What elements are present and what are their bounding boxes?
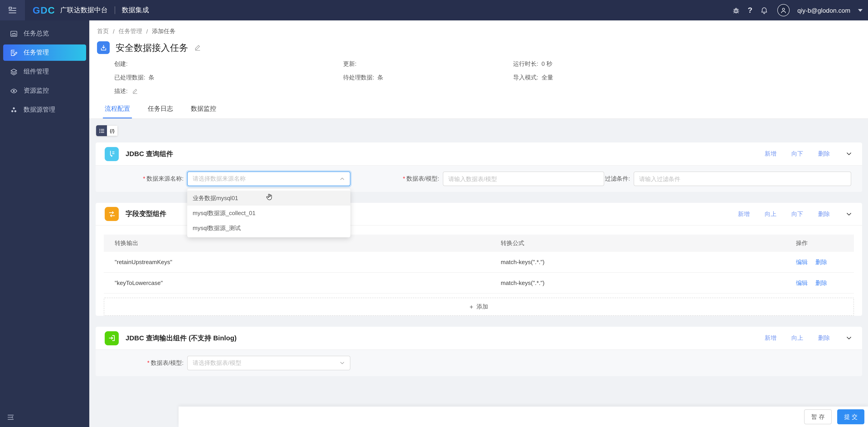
debug-bug-icon[interactable] [732, 6, 740, 14]
help-icon[interactable]: ? [748, 6, 752, 15]
add-component-link[interactable]: 新增 [765, 150, 776, 158]
updated-label: 更新: [343, 60, 356, 68]
edit-row-link[interactable]: 编辑 [796, 279, 808, 287]
delete-row-link[interactable]: 删除 [815, 279, 827, 287]
work-area: {/} JDBC 查询组件 新增 向下 删除 [89, 119, 868, 376]
list-view-button[interactable] [96, 125, 107, 136]
pending-label: 待处理数据: [343, 74, 374, 82]
tab-bar: 流程配置 任务日志 数据监控 [97, 100, 857, 118]
collapse-chevron-icon[interactable] [846, 211, 852, 217]
page-head: 首页 / 任务管理 / 添加任务 安全数据接入任务 创建: 更新: 运行时长:0… [89, 21, 868, 119]
breadcrumb-separator: / [146, 28, 148, 35]
output-table-model-label: *数据表/模型: [106, 359, 187, 367]
breadcrumb: 首页 / 任务管理 / 添加任务 [97, 27, 857, 35]
move-up-link[interactable]: 向上 [792, 334, 803, 342]
delete-row-link[interactable]: 删除 [815, 258, 827, 266]
sidebar-item-label: 数据源管理 [24, 106, 55, 114]
pending-value: 条 [377, 74, 383, 82]
breadcrumb-home[interactable]: 首页 [97, 27, 109, 35]
add-component-link[interactable]: 新增 [765, 334, 776, 342]
breadcrumb-separator: / [113, 28, 115, 35]
transform-table: 转换输出 转换公式 操作 "retainUpstreamKeys" match-… [104, 235, 854, 316]
datasource-select[interactable]: 请选择数据来源名称 业务数据mysql01 mysql数据源_collect_0… [187, 172, 350, 186]
header-divider [115, 6, 115, 14]
table-row: "retainUpstreamKeys" match-keys(".*.") 编… [104, 252, 854, 273]
collapse-chevron-icon[interactable] [846, 335, 852, 341]
sidebar-item-resource-monitor[interactable]: 资源监控 [3, 83, 86, 99]
sidebar-collapse-icon[interactable] [7, 414, 14, 421]
tab-task-log[interactable]: 任务日志 [146, 100, 175, 118]
delete-component-link[interactable]: 删除 [818, 150, 830, 158]
section-title: JDBC 查询组件 [126, 149, 173, 158]
column-header-operations: 操作 [796, 239, 843, 247]
tab-data-monitor[interactable]: 数据监控 [189, 100, 218, 118]
import-mode-label: 导入模式: [513, 74, 538, 82]
tab-flow-config[interactable]: 流程配置 [103, 100, 131, 118]
runtime-label: 运行时长: [513, 60, 538, 68]
product-name: 广联达数据中台 [60, 6, 107, 15]
jdbc-output-actions: 新增 向上 删除 [765, 334, 852, 342]
required-mark: * [143, 175, 145, 182]
output-table-model-select[interactable]: 请选择数据表/模型 [187, 356, 350, 370]
field-transform-icon [105, 207, 119, 221]
layers-icon [10, 68, 18, 76]
required-mark: * [147, 360, 149, 366]
move-down-link[interactable]: 向下 [792, 150, 803, 158]
code-view-icon: {/} [110, 128, 115, 133]
sidebar-item-task-management[interactable]: 任务管理 [3, 45, 86, 61]
user-avatar[interactable] [777, 4, 789, 16]
sidebar-item-task-overview[interactable]: 任务总览 [3, 25, 86, 42]
move-up-link[interactable]: 向上 [765, 210, 776, 218]
created-label: 创建: [114, 60, 128, 68]
user-menu-caret-icon[interactable] [858, 9, 863, 11]
jdbc-query-section: JDBC 查询组件 新增 向下 删除 *数据来源名称: 请选择数据 [96, 142, 862, 192]
mouse-hand-cursor [265, 193, 274, 201]
breadcrumb-task-management[interactable]: 任务管理 [119, 27, 142, 35]
sidebar-item-component-management[interactable]: 组件管理 [3, 63, 86, 80]
code-view-button[interactable]: {/} [107, 125, 118, 136]
add-component-link[interactable]: 新增 [738, 210, 750, 218]
dashboard-icon [10, 30, 18, 37]
page-title: 安全数据接入任务 [116, 41, 188, 54]
sidebar-item-datasource-management[interactable]: 数据源管理 [3, 102, 86, 118]
footer-action-bar: 暂 存 提 交 [179, 406, 868, 427]
sidebar-item-label: 任务管理 [24, 49, 49, 57]
jdbc-query-icon [105, 147, 119, 161]
filter-input[interactable] [634, 172, 851, 186]
dropdown-option-3[interactable]: mysql数据源_测试 [187, 221, 350, 235]
view-toggle: {/} [96, 125, 118, 136]
column-header-output: 转换输出 [115, 239, 501, 247]
dropdown-option-2[interactable]: mysql数据源_collect_01 [187, 205, 350, 221]
delete-component-link[interactable]: 删除 [818, 334, 830, 342]
delete-component-link[interactable]: 删除 [818, 210, 830, 218]
header-right: ? qiy-b@glodon.com [732, 4, 868, 16]
table-model-input[interactable] [443, 172, 604, 186]
filter-field-label: 过滤条件: [605, 175, 634, 183]
user-email[interactable]: qiy-b@glodon.com [797, 7, 850, 14]
edit-description-pencil-icon[interactable] [132, 88, 138, 94]
task-edit-icon [10, 49, 18, 56]
processed-value: 条 [149, 74, 154, 82]
processed-label: 已处理数据: [114, 74, 145, 82]
jdbc-query-header: JDBC 查询组件 新增 向下 删除 [96, 142, 862, 165]
app-switcher-button[interactable] [0, 0, 25, 21]
notification-bell-icon[interactable] [760, 6, 768, 14]
output-select-placeholder: 请选择数据表/模型 [193, 359, 241, 367]
edit-row-link[interactable]: 编辑 [796, 258, 808, 266]
jdbc-output-body: *数据表/模型: 请选择数据表/模型 [96, 349, 862, 376]
add-transform-row-button[interactable]: + 添加 [104, 298, 854, 316]
table-row: "keyToLowercase" match-keys(".*.") 编辑 删除 [104, 273, 854, 293]
description-label: 描述: [114, 87, 128, 95]
section-title: 字段变型组件 [126, 210, 166, 218]
module-name[interactable]: 数据集成 [122, 6, 149, 15]
task-meta: 创建: 更新: 运行时长:0 秒 已处理数据:条 待处理数据:条 导入模式:全量… [114, 59, 857, 96]
app-menu-icon [8, 6, 17, 15]
chevron-down-icon [340, 360, 345, 366]
collapse-chevron-icon[interactable] [846, 151, 852, 157]
datasource-field-label: *数据来源名称: [106, 175, 187, 183]
edit-title-pencil-icon[interactable] [194, 44, 201, 51]
submit-button[interactable]: 提 交 [837, 409, 864, 424]
save-draft-button[interactable]: 暂 存 [804, 409, 832, 424]
move-down-link[interactable]: 向下 [792, 210, 803, 218]
gdc-logo[interactable]: GDC [33, 5, 55, 16]
